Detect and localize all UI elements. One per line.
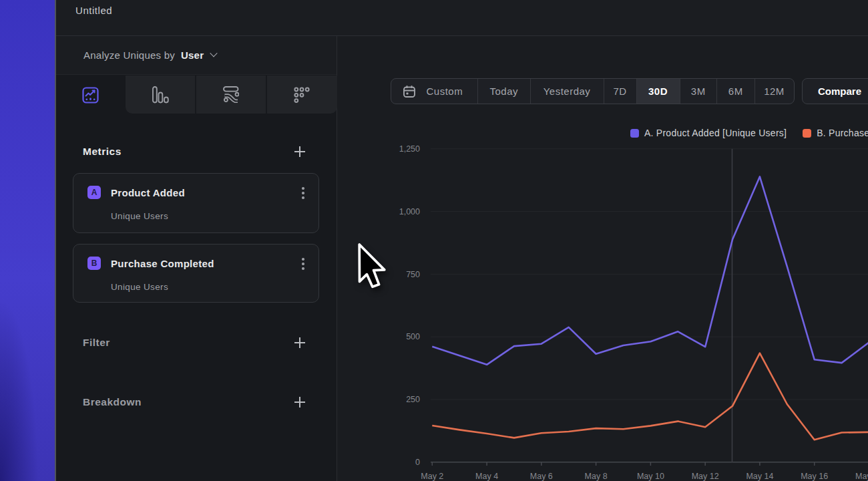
svg-text:May 12: May 12 (692, 472, 719, 481)
svg-text:May 8: May 8 (585, 472, 608, 481)
svg-text:May 14: May 14 (746, 472, 773, 481)
svg-text:500: 500 (406, 332, 420, 341)
svg-text:750: 750 (406, 270, 420, 279)
svg-text:May 18: May 18 (855, 472, 868, 481)
svg-text:May 4: May 4 (475, 472, 498, 481)
svg-text:May 2: May 2 (421, 472, 443, 481)
svg-text:0: 0 (415, 458, 420, 467)
svg-text:May 10: May 10 (637, 472, 664, 481)
svg-text:1,250: 1,250 (399, 144, 420, 154)
svg-text:1,000: 1,000 (399, 207, 420, 216)
svg-text:250: 250 (406, 395, 420, 404)
svg-text:May 6: May 6 (530, 472, 553, 481)
svg-text:May 16: May 16 (801, 472, 828, 481)
